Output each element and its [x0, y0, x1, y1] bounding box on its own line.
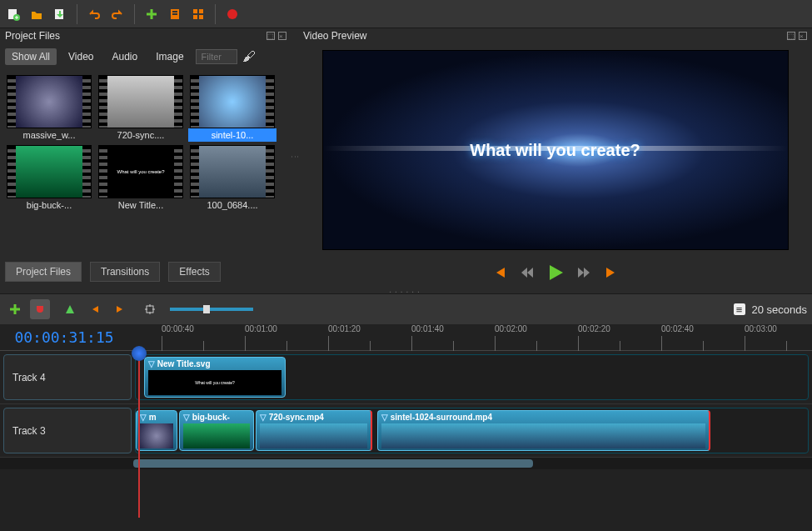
- marker-button[interactable]: [60, 299, 80, 319]
- center-playhead-button[interactable]: [140, 299, 160, 319]
- go-last-button[interactable]: [603, 265, 618, 283]
- thumbnails-grid: massive_w... 720-sync.... sintel-10... b…: [0, 70, 291, 217]
- svg-rect-11: [147, 306, 153, 313]
- thumbnail-label: massive_w...: [5, 128, 93, 142]
- tab-transitions[interactable]: Transitions: [90, 262, 160, 282]
- choose-profile-button[interactable]: [165, 4, 185, 24]
- clip-label: New Title.svg: [157, 359, 211, 368]
- ruler-tick: 00:03:00: [745, 324, 777, 333]
- tab-effects[interactable]: Effects: [168, 262, 220, 282]
- timeline-clip[interactable]: ▽ sintel-1024-surround.mp4: [377, 410, 710, 451]
- playhead[interactable]: [138, 351, 140, 518]
- ruler-tick: 00:02:00: [495, 324, 527, 333]
- panel-splitter[interactable]: ⋮: [291, 28, 298, 285]
- clip-label: m: [149, 413, 157, 422]
- ruler[interactable]: 00:00:4000:01:0000:01:2000:01:4000:02:00…: [128, 324, 812, 350]
- main-toolbar: [0, 0, 812, 28]
- zoom-slider[interactable]: [170, 308, 253, 311]
- filter-show-all[interactable]: Show All: [5, 48, 57, 65]
- video-preview-panel: Video Preview ⬚ × What will you create?: [298, 28, 812, 285]
- thumbnail-item[interactable]: What will you create? New Title...: [97, 145, 185, 212]
- undo-button[interactable]: [84, 4, 104, 24]
- project-files-title: Project Files: [5, 30, 60, 42]
- svg-point-10: [227, 9, 237, 19]
- svg-rect-7: [199, 9, 203, 13]
- ruler-tick: 00:00:40: [162, 324, 194, 333]
- preview-viewport[interactable]: What will you create?: [322, 50, 789, 250]
- track-header[interactable]: Track 3: [3, 408, 132, 453]
- timeline-clip[interactable]: ▽ big-buck-: [179, 410, 254, 451]
- next-marker-button[interactable]: [110, 299, 130, 319]
- clip-label: big-buck-: [192, 413, 230, 422]
- vertical-splitter[interactable]: ......: [0, 285, 812, 293]
- track-row: Track 3▽ m ▽ big-buck- ▽ 720-sync.mp4 ▽ …: [0, 404, 812, 458]
- timecode-display: 00:00:31:15: [0, 324, 128, 350]
- track-lane[interactable]: ▽ m ▽ big-buck- ▽ 720-sync.mp4 ▽ sintel-…: [135, 408, 809, 453]
- timeline-clip[interactable]: ▽ m: [136, 410, 177, 451]
- thumbnail-item[interactable]: sintel-10...: [188, 75, 276, 142]
- clip-label: sintel-1024-surround.mp4: [391, 413, 492, 422]
- export-button[interactable]: [222, 4, 242, 24]
- filter-image[interactable]: Image: [149, 48, 190, 65]
- video-preview-title: Video Preview: [303, 30, 367, 42]
- ruler-tick: 00:02:40: [661, 324, 694, 333]
- redo-button[interactable]: [107, 4, 127, 24]
- thumbnail-label: 100_0684....: [188, 198, 276, 212]
- zoom-level-label: 20 seconds: [752, 303, 808, 316]
- panel-close-icon[interactable]: ×: [799, 32, 807, 40]
- thumbnail-label: New Title...: [97, 198, 185, 212]
- filter-audio[interactable]: Audio: [106, 48, 145, 65]
- ruler-tick: 00:01:00: [245, 324, 277, 333]
- open-project-button[interactable]: [27, 4, 47, 24]
- ruler-tick: 00:02:20: [578, 324, 610, 333]
- thumbnail-label: sintel-10...: [188, 128, 276, 142]
- svg-rect-9: [199, 15, 203, 19]
- zoom-menu-icon[interactable]: ≡: [734, 303, 745, 315]
- play-button[interactable]: [546, 263, 565, 284]
- track-lane[interactable]: ▽ New Title.svg What will you create?: [135, 354, 809, 400]
- panel-undock-icon[interactable]: ⬚: [787, 32, 795, 40]
- thumbnail-item[interactable]: 720-sync....: [97, 75, 185, 142]
- clear-filter-icon[interactable]: 🖌: [242, 49, 256, 64]
- timeline-horizontal-scrollbar[interactable]: [0, 458, 812, 469]
- thumbnail-item[interactable]: big-buck-...: [5, 145, 93, 212]
- svg-rect-5: [172, 13, 177, 15]
- timeline-clip[interactable]: ▽ New Title.svg What will you create?: [144, 357, 286, 398]
- new-project-button[interactable]: [3, 4, 23, 24]
- timeline: 00:00:31:15 00:00:4000:01:0000:01:2000:0…: [0, 324, 812, 531]
- track-header[interactable]: Track 4: [3, 354, 132, 400]
- thumbnail-item[interactable]: massive_w...: [5, 75, 93, 142]
- svg-rect-6: [193, 9, 197, 13]
- timeline-toolbar: ≡ 20 seconds: [0, 293, 812, 324]
- ruler-tick: 00:01:40: [411, 324, 444, 333]
- project-files-panel: Project Files ⬚ × Show All Video Audio I…: [0, 28, 291, 285]
- svg-rect-8: [193, 15, 197, 19]
- thumbnail-item[interactable]: 100_0684....: [188, 145, 276, 212]
- preview-text: What will you create?: [470, 141, 640, 160]
- panel-undock-icon[interactable]: ⬚: [267, 32, 275, 40]
- prev-marker-button[interactable]: [85, 299, 105, 319]
- clip-label: 720-sync.mp4: [269, 413, 324, 422]
- snap-button[interactable]: [30, 299, 50, 319]
- panel-close-icon[interactable]: ×: [278, 32, 286, 40]
- add-track-button[interactable]: [5, 299, 25, 319]
- add-file-button[interactable]: [142, 4, 162, 24]
- track-row: Track 4▽ New Title.svg What will you cre…: [0, 351, 812, 404]
- thumbnail-label: big-buck-...: [5, 198, 93, 212]
- fullscreen-button[interactable]: [188, 4, 208, 24]
- filter-input[interactable]: [196, 49, 237, 64]
- filter-video[interactable]: Video: [62, 48, 100, 65]
- save-project-button[interactable]: [50, 4, 70, 24]
- rewind-button[interactable]: [520, 265, 535, 283]
- svg-rect-4: [172, 11, 177, 13]
- timeline-clip[interactable]: ▽ 720-sync.mp4: [256, 410, 372, 451]
- go-first-button[interactable]: [493, 265, 508, 283]
- forward-button[interactable]: [576, 265, 591, 283]
- ruler-tick: 00:01:20: [328, 324, 361, 333]
- thumbnail-label: 720-sync....: [97, 128, 185, 142]
- tab-project-files[interactable]: Project Files: [5, 262, 82, 282]
